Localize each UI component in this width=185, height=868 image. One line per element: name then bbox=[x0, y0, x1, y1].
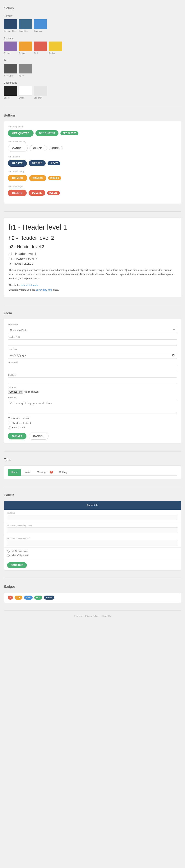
btn-secondary-label: .btn-.btn-secondary bbox=[8, 140, 177, 143]
number-input[interactable] bbox=[8, 339, 177, 346]
primary-colors: Primary $primary_blue $light_blue $link_… bbox=[4, 14, 181, 33]
select-field-group: Select Box Choose a State Alabama Califo… bbox=[8, 323, 177, 333]
panel-field1-label: First Box bbox=[7, 512, 178, 515]
btn-secondary-row: CANCEL CANCEL CANCEL bbox=[8, 145, 177, 152]
messages-badge: 8 bbox=[50, 471, 53, 473]
btn-warning-md[interactable]: DISMISS bbox=[29, 175, 46, 181]
checkbox-1-label[interactable]: Checkbox Label bbox=[8, 417, 177, 421]
swatch-label-black: $black bbox=[4, 96, 9, 99]
panel-field3-input[interactable] bbox=[7, 540, 178, 546]
btn-danger-sm[interactable]: DELETE bbox=[47, 191, 60, 195]
btn-primary-sm[interactable]: GET QUOTES bbox=[60, 131, 79, 135]
accent-colors: Accents $purple $orange $red $yellow bbox=[4, 36, 181, 55]
panel-field2-input[interactable] bbox=[7, 527, 178, 533]
tabs-nav: Home Profile Messages 8 Settings bbox=[8, 469, 177, 476]
panel-field1-input[interactable] bbox=[7, 515, 178, 520]
btn-info-lg[interactable]: UPDATE bbox=[8, 160, 27, 167]
btn-warning-lg[interactable]: DISMISS bbox=[8, 175, 27, 181]
swatch-box-orange bbox=[19, 41, 32, 51]
footer-link-about[interactable]: About Us bbox=[102, 615, 111, 617]
tab-profile[interactable]: Profile bbox=[21, 469, 34, 476]
btn-info-sm[interactable]: UPDATE bbox=[48, 161, 60, 165]
footer-link-find-us[interactable]: Find Us bbox=[74, 615, 82, 617]
buttons-section: Buttons .btn-.btn-primary GET QUOTES GET… bbox=[4, 113, 181, 204]
tab-settings[interactable]: Settings bbox=[56, 469, 71, 476]
continue-button[interactable]: CONTINUE bbox=[7, 562, 27, 568]
swatch-label-bg-gray: $bg_gray bbox=[34, 96, 42, 99]
swatch-light-blue: $light_blue bbox=[19, 19, 32, 33]
panel-field1-row: First Box bbox=[4, 510, 181, 522]
number-label: Number field bbox=[8, 336, 177, 339]
tabs-card: Home Profile Messages 8 Settings bbox=[4, 465, 181, 479]
panel-radio2-label[interactable]: Labor Only Move bbox=[7, 554, 178, 557]
checkbox-group: Checkbox Label Checkbox Label 2 Radio La… bbox=[8, 417, 177, 430]
btn-primary-md[interactable]: GET QUOTES bbox=[35, 130, 58, 136]
swatch-label-link-blue: $link_blue bbox=[34, 30, 43, 33]
h5-demo: H5 - HEADER LEVEL 5 bbox=[9, 257, 176, 261]
radio-1-label[interactable]: Radio Label bbox=[8, 426, 177, 430]
submit-button[interactable]: SUBMIT bbox=[8, 433, 26, 439]
text-input[interactable] bbox=[8, 377, 177, 384]
form-cancel-button[interactable]: CANCEL bbox=[29, 433, 49, 440]
btn-group-danger: .btn-.btn-danger DELETE DELETE DELETE bbox=[8, 185, 177, 196]
background-label: Background bbox=[4, 81, 181, 85]
h3-demo: h3 - Header level 3 bbox=[9, 244, 176, 250]
file-input[interactable] bbox=[8, 390, 51, 394]
btn-secondary-sm[interactable]: CANCEL bbox=[49, 146, 62, 150]
tab-home[interactable]: Home bbox=[8, 469, 21, 476]
footer: Find Us Privacy Policy About Us bbox=[4, 611, 181, 622]
swatch-orange: $orange bbox=[19, 41, 32, 55]
text-field-group: Text field bbox=[8, 373, 177, 384]
btn-danger-row: DELETE DELETE DELETE bbox=[8, 190, 177, 196]
panel-radio1[interactable] bbox=[7, 550, 9, 553]
swatch-label-orange: $orange bbox=[19, 52, 26, 55]
radio-1[interactable] bbox=[8, 427, 10, 429]
checkbox-1[interactable] bbox=[8, 417, 10, 420]
swatch-box-bg-gray bbox=[34, 86, 47, 96]
btn-warning-sm[interactable]: DISMISS bbox=[48, 176, 61, 180]
state-select[interactable]: Choose a State Alabama California New Yo… bbox=[8, 327, 177, 333]
swatch-box-purple bbox=[4, 41, 17, 51]
text-label: Text bbox=[4, 59, 181, 62]
footer-link-privacy[interactable]: Privacy Policy bbox=[85, 615, 98, 617]
btn-secondary-lg[interactable]: CANCEL bbox=[8, 145, 28, 152]
swatch-label-yellow: $yellow bbox=[49, 52, 55, 55]
textarea-input[interactable] bbox=[8, 400, 177, 413]
colors-section: Colors Primary $primary_blue $light_blue… bbox=[4, 6, 181, 99]
form-title: Form bbox=[4, 311, 181, 316]
swatch-box-light-blue bbox=[19, 19, 32, 29]
background-colors: Background $black $white $bg_gray bbox=[4, 81, 181, 99]
btn-info-md[interactable]: UPDATE bbox=[29, 160, 46, 166]
btn-secondary-md[interactable]: CANCEL bbox=[29, 145, 47, 151]
email-field-group: Email field bbox=[8, 361, 177, 371]
h4-demo: h4 - Header level 4 bbox=[9, 251, 176, 256]
btn-warning-label: .btn-.btn-warning bbox=[8, 170, 177, 173]
date-input[interactable] bbox=[8, 352, 177, 359]
panels-title: Panels bbox=[4, 493, 181, 498]
email-input[interactable] bbox=[8, 365, 177, 371]
panel-field2-row: Where are you moving from? bbox=[4, 522, 181, 535]
textarea-field-group: Textarea bbox=[8, 396, 177, 414]
date-label: Date field bbox=[8, 348, 177, 351]
default-link[interactable]: default link color bbox=[21, 284, 38, 287]
divider-1 bbox=[4, 107, 181, 107]
btn-primary-lg[interactable]: GET QUOTES bbox=[8, 130, 33, 136]
badge-orange: Top bbox=[15, 595, 22, 599]
swatch-box-primary-blue bbox=[4, 19, 17, 29]
panel-radio1-label[interactable]: Full Service Move bbox=[7, 550, 178, 553]
checkbox-2[interactable] bbox=[8, 422, 10, 424]
tabs-section: Tabs Home Profile Messages 8 Settings bbox=[4, 457, 181, 479]
divider-2 bbox=[4, 211, 181, 212]
btn-info-row: UPDATE UPDATE UPDATE bbox=[8, 160, 177, 167]
btn-danger-md[interactable]: DELETE bbox=[29, 190, 45, 196]
panel-header: Panel title bbox=[4, 501, 181, 510]
checkbox-2-label[interactable]: Checkbox Label 2 bbox=[8, 421, 177, 425]
tab-messages[interactable]: Messages 8 bbox=[34, 469, 56, 476]
secondary-link[interactable]: secondary-link bbox=[36, 288, 52, 291]
buttons-card: .btn-.btn-primary GET QUOTES GET QUOTES … bbox=[4, 121, 181, 204]
btn-danger-label: .btn-.btn-danger bbox=[8, 185, 177, 188]
date-field-group: Date field bbox=[8, 348, 177, 359]
panel-radio2[interactable] bbox=[7, 554, 9, 557]
btn-danger-lg[interactable]: DELETE bbox=[8, 190, 27, 196]
swatch-label-red: $red bbox=[34, 52, 37, 55]
